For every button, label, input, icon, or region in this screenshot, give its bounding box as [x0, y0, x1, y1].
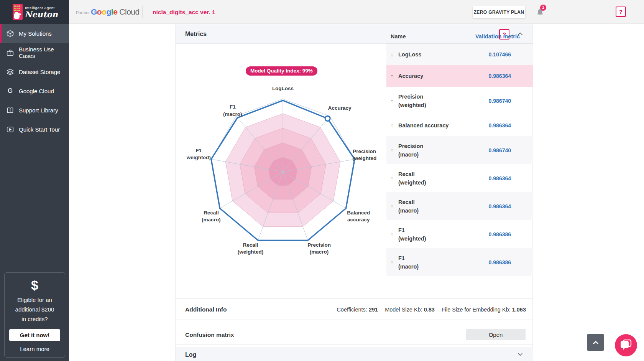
- arrow-up-icon: ↑: [391, 259, 393, 265]
- model-quality-badge: Model Quality Index: 99%: [246, 66, 317, 76]
- sidebar-menu: My SolutionsBusiness Use CasesDataset St…: [0, 24, 69, 139]
- additional-info-item: Model Size Kb: 0.83: [385, 307, 435, 313]
- metric-value: 0.986740: [489, 98, 511, 104]
- gletter-icon: G: [6, 87, 14, 95]
- chevron-up-icon: [591, 338, 600, 347]
- metric-name: Precision(macro): [398, 142, 423, 159]
- additional-info-title: Additional Info: [185, 306, 227, 313]
- metrics-table: Name Validation metric ↓LogLoss0.107466↑…: [386, 30, 533, 276]
- project-title: nicla_digits_acc ver. 1: [153, 9, 215, 16]
- metric-row-f1-weighted[interactable]: ↑F1(weighted)0.986386: [386, 220, 533, 248]
- metric-row-recall-weighted[interactable]: ↑Recall(weighted)0.986364: [386, 164, 533, 192]
- arrow-up-icon: ↑: [391, 231, 393, 237]
- neuton-logo-icon: [13, 4, 23, 20]
- confusion-matrix-title: Confusion matrix: [185, 331, 234, 338]
- metric-value: 0.986386: [489, 259, 511, 265]
- chat-bubble-icon: [620, 340, 632, 351]
- radar-axis-label: Balancedaccuracy: [347, 209, 370, 223]
- sidebar: My SolutionsBusiness Use CasesDataset St…: [0, 24, 69, 361]
- metric-value: 0.986364: [489, 175, 511, 181]
- additional-info-value: 291: [369, 307, 378, 313]
- google-letter: g: [107, 7, 111, 16]
- book-icon: [6, 106, 14, 114]
- topbar-divider: [142, 6, 143, 18]
- svg-text:G: G: [8, 87, 13, 94]
- sidebar-item-business-use-cases[interactable]: Business Use Cases: [0, 43, 69, 62]
- column-header-name: Name: [391, 33, 406, 40]
- scroll-to-top-button[interactable]: [587, 334, 604, 351]
- log-expand-button[interactable]: [516, 350, 524, 359]
- column-header-validation-metric[interactable]: Validation metric: [475, 33, 520, 40]
- arrow-up-icon: ↑: [391, 203, 393, 209]
- metric-row-precision-weighted[interactable]: ↑Precision(weighted)0.986740: [386, 87, 533, 115]
- sidebar-item-support-library[interactable]: Support Library: [0, 101, 69, 120]
- cloud-wordmark: Cloud: [119, 7, 139, 16]
- sidebar-item-quick-start-tour[interactable]: Quick Start Tour: [0, 120, 69, 139]
- metric-row-recall-macro[interactable]: ↑Recall(macro)0.986364: [386, 192, 533, 220]
- learn-more-link[interactable]: Learn more: [20, 346, 49, 352]
- metric-name: Balanced accuracy: [398, 121, 449, 130]
- additional-info-section: Additional Info Coefficients: 291Model S…: [176, 298, 533, 320]
- cube-icon: [6, 30, 14, 38]
- additional-info-value: 1.063: [512, 307, 526, 313]
- arrow-up-icon: ↑: [391, 147, 393, 153]
- metric-value: 0.986386: [489, 231, 511, 237]
- sidebar-item-label: Business Use Cases: [19, 46, 69, 59]
- arrow-down-icon: ↓: [391, 51, 393, 58]
- additional-info-values: Coefficients: 291Model Size Kb: 0.83File…: [330, 307, 526, 313]
- help-button-top[interactable]: ?: [616, 7, 626, 17]
- top-bar: Intelligent Agent Neuton Partner GoogleC…: [0, 0, 644, 24]
- metric-name: LogLoss: [398, 50, 421, 59]
- promo-line-1: Eligible for an: [5, 295, 65, 305]
- confusion-open-button[interactable]: Open: [466, 329, 526, 340]
- metrics-panel: Metrics ? Model Quality Index: 99% LogLo…: [175, 25, 533, 361]
- radar-axis-label: F1weighted): [187, 147, 211, 161]
- sidebar-item-label: Dataset Storage: [19, 69, 60, 75]
- google-letter: o: [97, 7, 102, 16]
- dollar-icon: $: [5, 278, 65, 293]
- log-section-header[interactable]: Log: [176, 347, 533, 361]
- metric-row-balanced-accuracy[interactable]: ↑Balanced accuracy0.986364: [386, 115, 533, 136]
- sidebar-item-my-solutions[interactable]: My Solutions: [0, 24, 69, 43]
- chevron-down-icon: [516, 350, 524, 358]
- radar-axis-label: F1(macro): [223, 104, 242, 117]
- sidebar-item-label: Google Cloud: [19, 88, 54, 94]
- partner-label: Partner: [76, 10, 90, 15]
- arrow-up-icon: ↑: [391, 73, 393, 79]
- brand-name: Neuton: [25, 10, 58, 19]
- credits-promo-card: $ Eligible for an additional $200 in cre…: [4, 272, 65, 358]
- arrow-up-icon: ↑: [391, 98, 393, 104]
- metric-value: 0.986364: [489, 73, 511, 79]
- confusion-matrix-section: Confusion matrix Open: [176, 324, 533, 345]
- metric-row-precision-macro[interactable]: ↑Precision(macro)0.986740: [386, 136, 533, 164]
- chat-fab-button[interactable]: [615, 334, 637, 356]
- radar-chart-zone: Model Quality Index: 99% LogLossAccuracy…: [176, 44, 386, 295]
- sidebar-item-dataset-storage[interactable]: Dataset Storage: [0, 62, 69, 81]
- metric-value: 0.986740: [489, 147, 511, 153]
- brand-logo-area: Intelligent Agent Neuton: [0, 0, 69, 24]
- radar-axis-label: Precision(weighted: [352, 148, 376, 162]
- metrics-table-rows: ↓LogLoss0.107466↑Accuracy0.986364↑Precis…: [386, 44, 533, 276]
- google-wordmark: Google: [91, 7, 117, 16]
- additional-info-item: Coefficients: 291: [337, 307, 378, 313]
- sidebar-item-google-cloud[interactable]: GGoogle Cloud: [0, 81, 69, 101]
- metric-name: Recall(macro): [398, 198, 419, 215]
- notifications-button[interactable]: 1: [536, 8, 547, 19]
- google-letter: e: [113, 7, 117, 16]
- radar-axis-label: Precision(macro): [307, 242, 331, 256]
- zero-gravity-plan-button[interactable]: ZERO GRAVITY PLAN: [473, 6, 525, 18]
- google-letter: G: [91, 7, 97, 16]
- logo-dots: [14, 5, 21, 11]
- get-it-now-button[interactable]: Get it now!: [9, 329, 60, 341]
- google-cloud-logo: GoogleCloud: [91, 7, 140, 16]
- radar-marker-accuracy[interactable]: [325, 116, 330, 121]
- promo-line-2: additional $200: [5, 305, 65, 314]
- arrow-up-icon: ↑: [391, 122, 393, 129]
- radar-axis-label: Recall(macro): [202, 209, 221, 223]
- metric-row-logloss[interactable]: ↓LogLoss0.107466: [386, 44, 533, 65]
- metric-row-accuracy[interactable]: ↑Accuracy0.986364: [386, 65, 533, 87]
- metric-row-f1-macro[interactable]: ↑F1(macro)0.986386: [386, 248, 533, 276]
- metric-name: Accuracy: [398, 72, 423, 80]
- additional-info-item: File Size for Embedding Kb: 1.063: [442, 307, 526, 313]
- sidebar-item-label: My Solutions: [19, 30, 52, 37]
